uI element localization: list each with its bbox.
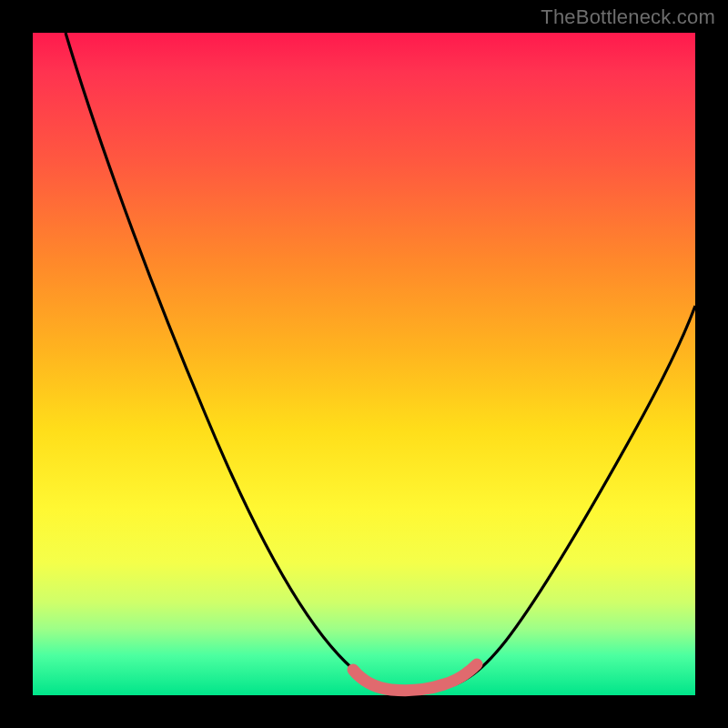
plot-area <box>33 33 695 695</box>
bottleneck-curve <box>66 33 695 691</box>
chart-frame: TheBottleneck.com <box>0 0 728 728</box>
watermark-text: TheBottleneck.com <box>541 5 715 29</box>
highlight-segment <box>353 664 477 691</box>
curve-layer <box>33 33 695 695</box>
